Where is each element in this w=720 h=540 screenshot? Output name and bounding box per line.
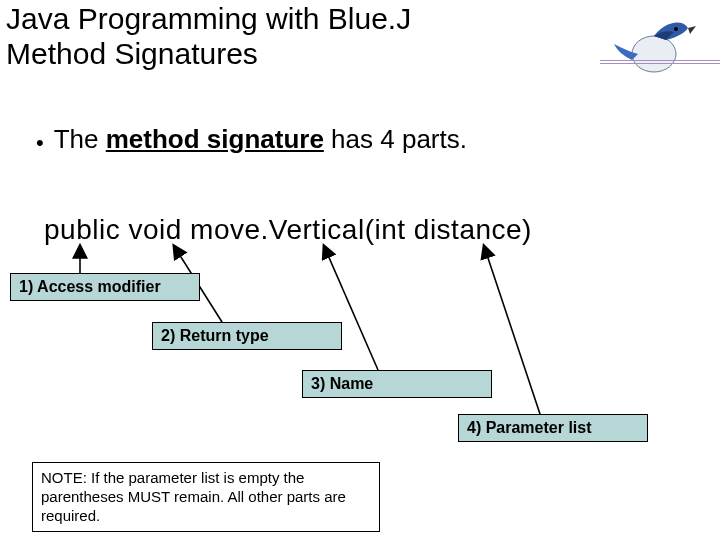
header-rule [600,60,720,64]
bullet-prefix: The [54,124,106,154]
title-line-1: Java Programming with Blue.J [6,2,526,37]
svg-point-1 [674,27,678,31]
bluej-logo [604,4,696,80]
label-parameter-list: 4) Parameter list [458,414,648,442]
method-signature-code: public void move.Vertical(int distance) [44,214,532,246]
slide: Java Programming with Blue.J Method Sign… [0,0,720,540]
note-box: NOTE: If the parameter list is empty the… [32,462,380,532]
svg-point-0 [632,36,676,72]
bullet-line: • The method signature has 4 parts. [36,124,467,155]
bluej-jay-icon [604,4,696,80]
callout-arrows [0,0,720,540]
title-line-2: Method Signatures [6,37,526,72]
label-name: 3) Name [302,370,492,398]
svg-line-5 [324,246,378,370]
svg-line-6 [484,246,540,414]
slide-title: Java Programming with Blue.J Method Sign… [6,2,526,71]
bullet-text: The method signature has 4 parts. [54,124,467,155]
bullet-term: method signature [106,124,324,154]
bullet-dot-icon: • [36,132,44,154]
label-return-type: 2) Return type [152,322,342,350]
label-access-modifier: 1) Access modifier [10,273,200,301]
bullet-suffix: has 4 parts. [324,124,467,154]
svg-marker-2 [688,26,696,34]
